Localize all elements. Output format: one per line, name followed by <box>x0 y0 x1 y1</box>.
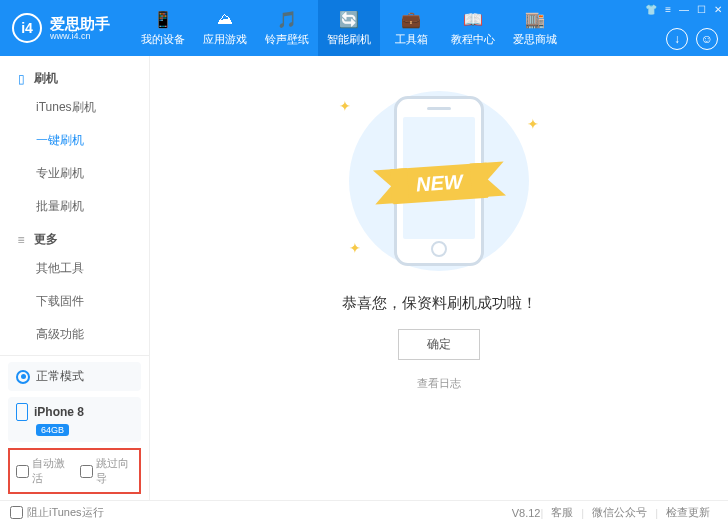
skip-guide-checkbox[interactable]: 跳过向导 <box>80 456 134 486</box>
download-button[interactable]: ↓ <box>666 28 688 50</box>
sidebar-section-more: ≡更多 <box>0 223 149 252</box>
auto-activate-checkbox[interactable]: 自动激活 <box>16 456 70 486</box>
sidebar-item-pro-flash[interactable]: 专业刷机 <box>0 157 149 190</box>
sidebar-item-other-tools[interactable]: 其他工具 <box>0 252 149 285</box>
main-content: ✦ ✦ ✦ NEW 恭喜您，保资料刷机成功啦！ 确定 查看日志 <box>150 56 728 500</box>
device-info[interactable]: iPhone 8 64GB <box>8 397 141 442</box>
window-controls: 👕 ≡ ― ☐ ✕ <box>645 4 722 15</box>
sparkle-icon: ✦ <box>527 116 539 132</box>
sidebar-item-oneclick-flash[interactable]: 一键刷机 <box>0 124 149 157</box>
nav-tutorials[interactable]: 📖教程中心 <box>442 0 504 56</box>
sidebar-item-batch-flash[interactable]: 批量刷机 <box>0 190 149 223</box>
mode-indicator-icon <box>16 370 30 384</box>
maximize-icon[interactable]: ☐ <box>697 4 706 15</box>
refresh-icon: 🔄 <box>339 9 359 29</box>
app-subtitle: www.i4.cn <box>50 31 110 41</box>
app-logo: i4 爱思助手 www.i4.cn <box>0 13 122 43</box>
book-icon: 📖 <box>463 9 483 29</box>
sidebar-item-itunes-flash[interactable]: iTunes刷机 <box>0 91 149 124</box>
footer-link-support[interactable]: 客服 <box>551 505 573 520</box>
block-itunes-checkbox[interactable]: 阻止iTunes运行 <box>10 505 104 520</box>
nav-apps-games[interactable]: ⛰应用游戏 <box>194 0 256 56</box>
sidebar-item-advanced[interactable]: 高级功能 <box>0 318 149 351</box>
nav-ringtones[interactable]: 🎵铃声壁纸 <box>256 0 318 56</box>
skin-icon[interactable]: 👕 <box>645 4 657 15</box>
nav-store[interactable]: 🏬爱思商城 <box>504 0 566 56</box>
confirm-button[interactable]: 确定 <box>398 329 480 360</box>
device-mode[interactable]: 正常模式 <box>8 362 141 391</box>
sparkle-icon: ✦ <box>349 240 361 256</box>
main-nav: 📱我的设备 ⛰应用游戏 🎵铃声壁纸 🔄智能刷机 💼工具箱 📖教程中心 🏬爱思商城 <box>132 0 566 56</box>
apps-icon: ⛰ <box>215 9 235 29</box>
footer-link-update[interactable]: 检查更新 <box>666 505 710 520</box>
sidebar-section-flash: ▯刷机 <box>0 62 149 91</box>
nav-toolbox[interactable]: 💼工具箱 <box>380 0 442 56</box>
user-button[interactable]: ☺ <box>696 28 718 50</box>
success-illustration: ✦ ✦ ✦ NEW <box>309 86 569 276</box>
status-bar: 阻止iTunes运行 V8.12 | 客服 | 微信公众号 | 检查更新 <box>0 500 728 524</box>
sidebar-item-download-firmware[interactable]: 下载固件 <box>0 285 149 318</box>
minimize-icon[interactable]: ― <box>679 4 689 15</box>
view-log-link[interactable]: 查看日志 <box>417 376 461 391</box>
music-icon: 🎵 <box>277 9 297 29</box>
app-header: i4 爱思助手 www.i4.cn 📱我的设备 ⛰应用游戏 🎵铃声壁纸 🔄智能刷… <box>0 0 728 56</box>
flash-options: 自动激活 跳过向导 <box>8 448 141 494</box>
footer-link-wechat[interactable]: 微信公众号 <box>592 505 647 520</box>
close-icon[interactable]: ✕ <box>714 4 722 15</box>
nav-smart-flash[interactable]: 🔄智能刷机 <box>318 0 380 56</box>
version-label: V8.12 <box>512 507 541 519</box>
logo-icon: i4 <box>12 13 42 43</box>
nav-my-device[interactable]: 📱我的设备 <box>132 0 194 56</box>
new-ribbon: NEW <box>391 163 488 205</box>
store-icon: 🏬 <box>525 9 545 29</box>
toolbox-icon: 💼 <box>401 9 421 29</box>
phone-icon: 📱 <box>153 9 173 29</box>
list-icon: ≡ <box>14 233 28 247</box>
app-title: 爱思助手 <box>50 16 110 31</box>
sparkle-icon: ✦ <box>339 98 351 114</box>
device-storage-badge: 64GB <box>36 424 69 436</box>
sidebar: ▯刷机 iTunes刷机 一键刷机 专业刷机 批量刷机 ≡更多 其他工具 下载固… <box>0 56 150 500</box>
header-actions: ↓ ☺ <box>666 28 718 50</box>
success-message: 恭喜您，保资料刷机成功啦！ <box>342 294 537 313</box>
menu-icon[interactable]: ≡ <box>665 4 671 15</box>
device-phone-icon <box>16 403 28 421</box>
phone-outline-icon: ▯ <box>14 72 28 86</box>
device-name: iPhone 8 <box>34 405 84 419</box>
